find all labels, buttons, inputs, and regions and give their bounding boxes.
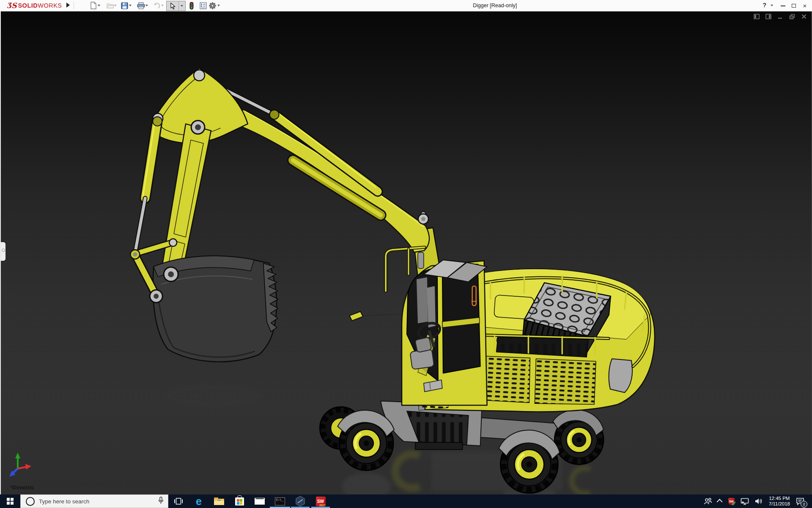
solidworks-2017-button[interactable]: SW2017 (310, 494, 331, 508)
help-dropdown[interactable] (771, 5, 773, 6)
doc-restore-icon[interactable] (789, 13, 795, 19)
windows-logo-icon (7, 498, 14, 505)
edge-icon: e (196, 496, 202, 507)
doc-minimize-icon[interactable] (777, 13, 783, 19)
solidworks-window: ƷSSOLIDWORKS (0, 0, 812, 508)
toolbar-separator (74, 2, 74, 9)
solidworks-logo: ƷSSOLIDWORKS (7, 1, 62, 10)
file-properties-button[interactable] (199, 2, 207, 9)
minimize-button[interactable] (778, 2, 787, 9)
start-button[interactable] (0, 494, 20, 508)
new-document-dropdown[interactable] (98, 5, 100, 6)
system-tray: SW✓ 12:45 PM 7/11/2018 2 (704, 494, 812, 508)
taskbar-apps: e C:\_ SW2017 (168, 494, 331, 508)
ds-logo-glyph: ƷS (7, 1, 16, 10)
solidworks-tray-shield[interactable]: SW✓ (728, 498, 735, 505)
microsoft-store-button[interactable] (229, 494, 250, 508)
save-button[interactable] (120, 2, 129, 9)
clock-time: 12:45 PM (769, 496, 790, 501)
rebuild-traffic-light-button[interactable] (187, 2, 196, 9)
select-tool-group (166, 1, 186, 11)
file-explorer-icon (214, 497, 224, 505)
clock-date: 7/11/2018 (769, 501, 790, 507)
notification-badge: 2 (801, 501, 807, 508)
print-button[interactable] (137, 2, 145, 9)
print-dropdown[interactable] (145, 5, 148, 6)
store-icon (235, 497, 244, 505)
mail-button[interactable] (250, 494, 270, 508)
restore-button[interactable] (789, 2, 798, 9)
close-button[interactable]: × (800, 2, 809, 9)
options-dropdown[interactable] (217, 5, 220, 6)
graphics-viewport[interactable]: *Dimetric (0, 11, 812, 494)
title-bar: ƷSSOLIDWORKS (0, 0, 812, 11)
action-center-button[interactable]: 2 (796, 497, 804, 505)
taskbar-search-input[interactable]: Type here to search (20, 494, 168, 508)
help-button[interactable]: ? (763, 2, 766, 8)
open-dropdown[interactable] (114, 5, 117, 6)
microphone-icon[interactable] (158, 497, 164, 506)
command-prompt-button[interactable]: C:\_ (270, 494, 290, 508)
hexagon-cad-app-button[interactable] (290, 494, 310, 508)
doc-close-icon[interactable] (801, 13, 807, 19)
menu-flyout-arrow[interactable] (66, 3, 70, 8)
file-explorer-button[interactable] (209, 494, 229, 508)
task-view-button[interactable] (168, 494, 189, 508)
cortana-icon (26, 497, 35, 506)
solidworks-app-icon: SW2017 (316, 497, 326, 506)
undo-button[interactable] (153, 2, 161, 9)
select-tool-dropdown[interactable] (178, 1, 185, 11)
feature-manager-collapsed-tab[interactable] (1, 242, 5, 261)
network-button[interactable] (741, 498, 749, 505)
model-viewport-canvas[interactable] (1, 11, 811, 494)
expand-pane-icon (2, 248, 5, 252)
people-button[interactable] (704, 498, 712, 505)
mail-icon (255, 498, 265, 505)
check-icon: ✓ (732, 500, 736, 507)
taskbar-clock[interactable]: 12:45 PM 7/11/2018 (769, 496, 790, 507)
sw-shield-icon: SW✓ (728, 498, 735, 505)
orientation-triad[interactable] (9, 453, 31, 477)
pane-left-icon[interactable] (753, 13, 760, 19)
volume-button[interactable] (755, 498, 763, 505)
command-prompt-icon: C:\_ (275, 497, 285, 505)
pane-right-icon[interactable] (765, 13, 771, 19)
view-orientation-label: *Dimetric (10, 484, 34, 491)
edge-browser-button[interactable]: e (189, 494, 209, 508)
document-window-controls (753, 13, 807, 19)
undo-dropdown[interactable] (161, 5, 164, 6)
options-gear-button[interactable] (208, 2, 217, 9)
windows-taskbar: Type here to search e (0, 494, 812, 508)
new-document-button[interactable] (89, 2, 98, 9)
open-button[interactable] (106, 2, 115, 9)
hidden-icons-chevron[interactable] (718, 499, 722, 503)
hexagon-cad-icon (295, 496, 305, 507)
select-tool-button[interactable] (167, 1, 178, 11)
save-dropdown[interactable] (129, 5, 132, 6)
search-placeholder-text: Type here to search (39, 498, 158, 505)
document-title: Digger [Read-only] (473, 3, 517, 8)
